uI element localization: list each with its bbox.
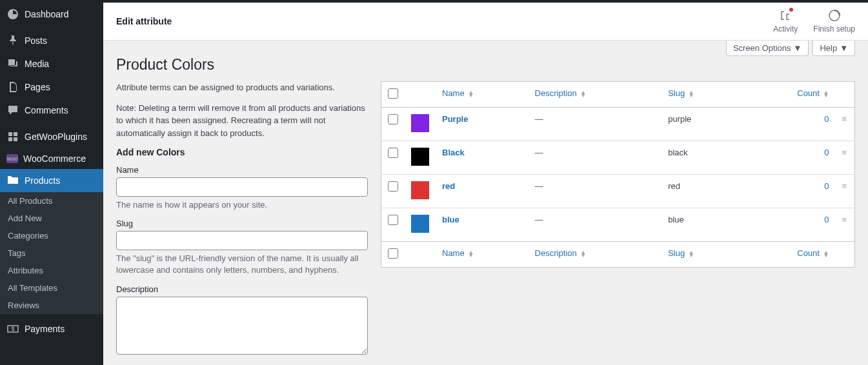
slug-help: The "slug" is the URL-friendly version o… (116, 253, 368, 276)
label: Dashboard (25, 9, 69, 19)
activity-icon (779, 9, 792, 22)
add-new-heading: Add new Colors (116, 147, 368, 157)
submenu-all-templates[interactable]: All Templates (0, 279, 103, 297)
sidebar-item-products[interactable]: Products (0, 169, 103, 192)
sort-icon: ▲▼ (580, 251, 586, 257)
label: Comments (25, 105, 68, 115)
activity-button[interactable]: Activity (773, 9, 798, 34)
header-title: Edit attribute (116, 16, 172, 26)
term-count-link[interactable]: 0 (824, 148, 829, 157)
label: Finish setup (813, 25, 855, 34)
screen-options-button[interactable]: Screen Options ▼ (726, 41, 809, 56)
label: Posts (25, 35, 47, 46)
sort-icon: ▲▼ (468, 91, 474, 97)
term-name-link[interactable]: red (442, 181, 455, 191)
name-input[interactable] (116, 177, 368, 197)
row-actions-icon[interactable]: ≡ (836, 208, 855, 242)
admin-sidebar: Dashboard Posts Media Pages Comments Get… (0, 3, 103, 365)
name-label: Name (116, 165, 368, 175)
description-textarea[interactable] (116, 297, 368, 355)
comment-icon (6, 104, 19, 117)
submenu-add-new[interactable]: Add New (0, 210, 103, 227)
name-help: The name is how it appears on your site. (116, 199, 368, 211)
select-all-checkbox[interactable] (388, 88, 398, 99)
sidebar-item-dashboard[interactable]: Dashboard (0, 3, 103, 26)
color-swatch (411, 114, 429, 132)
help-button[interactable]: Help ▼ (812, 41, 855, 56)
col-count[interactable]: Count ▲▼ (743, 82, 836, 108)
col-slug[interactable]: Slug ▲▼ (661, 82, 743, 108)
sort-icon: ▲▼ (580, 91, 586, 97)
term-description: — (535, 215, 543, 224)
slug-label: Slug (116, 219, 368, 228)
row-checkbox[interactable] (388, 148, 398, 158)
plugin-icon (6, 130, 19, 143)
sidebar-item-pages[interactable]: Pages (0, 75, 103, 99)
sort-icon: ▲▼ (823, 251, 829, 257)
col-name[interactable]: Name ▲▼ (436, 82, 529, 108)
sort-icon: ▲▼ (823, 91, 829, 97)
page-header: Edit attribute Activity Finish setup (103, 3, 868, 41)
label: Activity (773, 25, 798, 34)
sidebar-item-getwooplugins[interactable]: GetWooPlugins (0, 125, 103, 148)
woo-icon: woo (6, 154, 18, 163)
label: Media (25, 59, 49, 69)
select-all-checkbox-footer[interactable] (388, 248, 398, 259)
term-slug: red (661, 175, 743, 208)
row-actions-icon[interactable]: ≡ (836, 108, 855, 141)
term-description: — (535, 148, 543, 157)
setup-icon (828, 9, 841, 22)
finish-setup-button[interactable]: Finish setup (813, 9, 855, 34)
sidebar-item-media[interactable]: Media (0, 52, 103, 75)
color-swatch (411, 215, 429, 233)
label: Payments (25, 324, 65, 334)
col-name-footer[interactable]: Name ▲▼ (436, 242, 529, 268)
term-name-link[interactable]: Purple (442, 114, 468, 124)
sidebar-item-posts[interactable]: Posts (0, 29, 103, 52)
dashboard-icon (6, 8, 19, 21)
row-actions-icon[interactable]: ≡ (836, 141, 855, 175)
payments-icon: $ (6, 322, 19, 335)
products-submenu: All Products Add New Categories Tags Att… (0, 192, 103, 314)
row-checkbox[interactable] (388, 215, 398, 225)
term-name-link[interactable]: blue (442, 215, 459, 224)
label: WooCommerce (23, 153, 86, 164)
sidebar-item-woocommerce[interactable]: woo WooCommerce (0, 148, 103, 169)
col-count-footer[interactable]: Count ▲▼ (743, 242, 836, 268)
label: GetWooPlugins (25, 132, 87, 142)
svg-rect-0 (8, 132, 12, 136)
submenu-tags[interactable]: Tags (0, 244, 103, 262)
row-actions-icon[interactable]: ≡ (836, 175, 855, 208)
sidebar-item-comments[interactable]: Comments (0, 99, 103, 122)
col-description-footer[interactable]: Description ▲▼ (529, 242, 662, 268)
col-description[interactable]: Description ▲▼ (529, 82, 662, 108)
label: Pages (25, 82, 50, 92)
table-row: blue—blue0≡ (381, 208, 855, 242)
page-title: Product Colors (116, 56, 855, 74)
intro-text-2: Note: Deleting a term will remove it fro… (116, 102, 368, 140)
sidebar-item-payments[interactable]: $ Payments (0, 317, 103, 340)
submenu-categories[interactable]: Categories (0, 227, 103, 244)
svg-rect-3 (14, 137, 17, 141)
term-description: — (535, 181, 543, 191)
svg-text:$: $ (11, 326, 14, 332)
row-checkbox[interactable] (388, 114, 398, 124)
submenu-reviews[interactable]: Reviews (0, 297, 103, 314)
col-slug-footer[interactable]: Slug ▲▼ (661, 242, 743, 268)
term-name-link[interactable]: Black (442, 148, 465, 157)
table-row: Black—black0≡ (381, 141, 855, 175)
term-count-link[interactable]: 0 (824, 114, 829, 124)
description-label: Description (116, 284, 368, 294)
term-count-link[interactable]: 0 (824, 181, 829, 191)
table-row: Purple—purple0≡ (381, 108, 855, 141)
row-checkbox[interactable] (388, 181, 398, 192)
term-slug: purple (661, 108, 743, 141)
slug-input[interactable] (116, 231, 368, 250)
label: Products (25, 175, 60, 186)
term-count-link[interactable]: 0 (824, 215, 829, 224)
submenu-attributes[interactable]: Attributes (0, 262, 103, 279)
submenu-all-products[interactable]: All Products (0, 192, 103, 210)
sort-icon: ▲▼ (689, 91, 694, 97)
media-icon (6, 57, 19, 70)
svg-rect-2 (8, 137, 12, 141)
